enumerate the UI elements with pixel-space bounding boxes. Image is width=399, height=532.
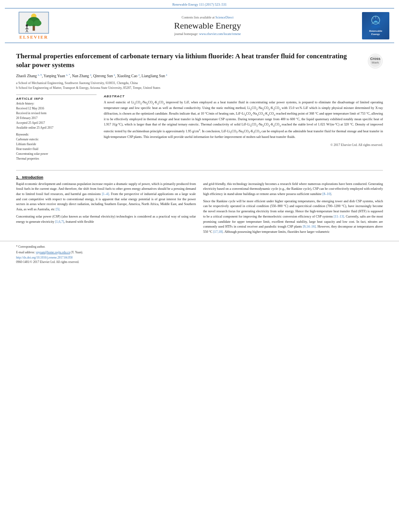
header-right: RenewableEnergy (357, 12, 389, 39)
contents-link: Contents lists available at ScienceDirec… (58, 16, 357, 19)
elsevier-logo: ELSEVIER (10, 12, 58, 39)
article-info-column: Article info Article history: Received 1… (16, 94, 97, 161)
renewable-energy-logo: RenewableEnergy (362, 12, 389, 39)
keyword-3: Heat transfer fluid (16, 147, 97, 152)
intro-para-1: Rapid economic development and continuou… (16, 182, 196, 212)
received-revised-label: Received in revised form (16, 111, 97, 116)
svg-point-14 (371, 25, 380, 28)
section-number: 1. (16, 175, 19, 179)
svg-point-5 (34, 20, 41, 26)
ref-1-4: [1–4] (102, 192, 109, 196)
elsevier-logo-area: ELSEVIER (10, 12, 58, 39)
svg-line-17 (378, 17, 379, 19)
journal-title: Renewable Energy (58, 21, 357, 31)
journal-homepage: journal homepage: www.elsevier.com/locat… (58, 32, 357, 36)
intro-para-2: Concentrating solar power (CSP) (also kn… (16, 214, 196, 224)
ref-5: [5] (56, 207, 60, 211)
ref-17-18: [17,18] (213, 230, 223, 234)
issn-line: 0960-1481/© 2017 Elsevier Ltd. All right… (16, 260, 383, 264)
page: Renewable Energy 111 (2017) 523–531 (0, 0, 399, 532)
journal-citation: Renewable Energy 111 (2017) 523–531 (172, 2, 226, 6)
intro-col1: Rapid economic development and continuou… (16, 182, 196, 237)
intro-col2: and grid-friendly, this technology incre… (203, 182, 383, 237)
keyword-2: Lithium fluoride (16, 142, 97, 147)
article-title-section: Thermal properties enforcement of carbon… (16, 52, 383, 70)
intro-para-4: Since the Rankine cycle will be more eff… (203, 199, 383, 235)
revised-date: 20 February 2017 (16, 116, 97, 121)
keyword-5: Thermal properties (16, 156, 97, 161)
history-label: Article history: (16, 102, 97, 105)
ref-8-10: [8–10] (323, 192, 331, 196)
intro-section-header: 1. Introduction (16, 175, 383, 179)
copyright-line: © 2017 Elsevier Ltd. All rights reserved… (104, 143, 383, 147)
affil-a: a School of Mechanical Engineering, Sout… (16, 81, 383, 86)
abstract-column: Abstract A novel eutectic of Li2CO3-Na2C… (104, 94, 383, 161)
corresponding-note: * Corresponding author. (16, 244, 383, 249)
re-logo-text: RenewableEnergy (369, 29, 383, 36)
intro-para-3: and grid-friendly, this technology incre… (203, 182, 383, 197)
footer-area: * Corresponding author. E-mail address: … (0, 241, 399, 267)
journal-header: ELSEVIER Contents lists available at Sci… (5, 8, 394, 43)
header-center: Contents lists available at ScienceDirec… (58, 16, 357, 36)
homepage-link[interactable]: www.elsevier.com/locate/renene (199, 32, 241, 36)
email-suffix: (Y. Yuan). (71, 251, 83, 254)
re-logo-icon (368, 15, 384, 29)
svg-text:Mark: Mark (372, 61, 379, 64)
section-divider (16, 170, 383, 170)
accepted-date: Accepted 25 April 2017 (16, 121, 97, 125)
article-info-title: Article info (16, 97, 97, 101)
article-title: Thermal properties enforcement of carbon… (16, 52, 368, 70)
abstract-title: Abstract (104, 94, 383, 98)
keyword-4: Concentrating solar power (16, 152, 97, 156)
svg-line-16 (372, 17, 374, 19)
doi-line[interactable]: http://dx.doi.org/10.1016/j.renene.2017.… (16, 256, 383, 259)
sciencedirect-link[interactable]: ScienceDirect (216, 16, 234, 19)
ref-11-13: [11–13] (334, 215, 344, 218)
elsevier-tree-icon (18, 12, 50, 34)
abstract-text: A novel eutectic of Li2CO3-Na2CO3-K2CO3 … (104, 100, 383, 140)
svg-text:Cross: Cross (370, 57, 380, 61)
ref-1-6-7: [1,6,7] (55, 220, 64, 224)
email-link[interactable]: ypyuan@home.swjtu.edu.cn (36, 251, 70, 254)
svg-point-6 (26, 24, 28, 27)
keywords-label: Keywords: (16, 133, 97, 136)
received-date: Received 12 May 2016 (16, 106, 97, 111)
main-content: Thermal properties enforcement of carbon… (0, 43, 399, 165)
elsevier-wordmark: ELSEVIER (19, 35, 48, 39)
authors-line: Zhaoli Zhang a, b, Yanping Yuan a, *, Na… (16, 73, 383, 79)
affil-b: b School for Engineering of Matter, Tran… (16, 86, 383, 90)
introduction-section: 1. Introduction Rapid economic developme… (0, 175, 399, 237)
affiliations: a School of Mechanical Engineering, Sout… (16, 81, 383, 90)
intro-two-col: Rapid economic development and continuou… (16, 182, 383, 237)
journal-link-top: Renewable Energy 111 (2017) 523–531 (0, 0, 399, 8)
email-line: E-mail address: ypyuan@home.swjtu.edu.cn… (16, 250, 383, 255)
online-date: Available online 25 April 2017 (16, 125, 97, 130)
section-title: Introduction (22, 175, 43, 179)
info-abstract-section: Article info Article history: Received 1… (16, 94, 383, 161)
ref-9-14-16: [9,14–16] (303, 225, 316, 228)
keyword-1: Carbonate eutectic (16, 137, 97, 142)
article-info-box: Article info Article history: Received 1… (16, 94, 97, 161)
crossmark-icon: Cross Mark (368, 53, 383, 69)
notably-word: notably (343, 117, 354, 121)
author-list: Zhaoli Zhang a, b, Yanping Yuan a, *, Na… (16, 74, 167, 78)
